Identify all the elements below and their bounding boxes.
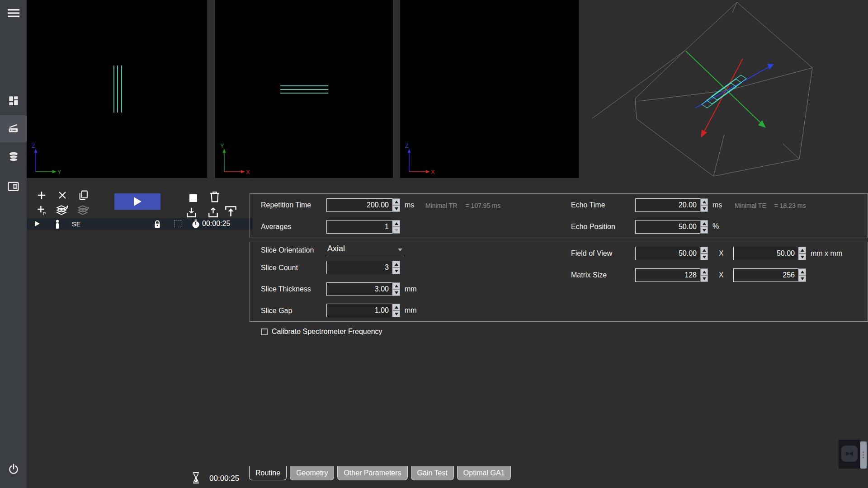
spin-up-button[interactable] — [392, 198, 400, 205]
stop-button[interactable] — [185, 190, 201, 206]
spin-down-button[interactable] — [392, 267, 400, 274]
matrix-size-x-input[interactable] — [635, 268, 700, 282]
averages-input[interactable] — [326, 220, 392, 234]
axis-y-green — [686, 51, 766, 128]
sidebar-item-protocols[interactable] — [0, 173, 27, 200]
widget-drag-handle[interactable] — [860, 441, 867, 469]
selection-box-icon[interactable] — [174, 220, 181, 227]
stop-icon — [189, 194, 197, 202]
spin-down-button[interactable] — [700, 205, 708, 212]
fov-separator: X — [719, 249, 724, 258]
sequence-name: SE — [72, 221, 81, 228]
commit-button[interactable] — [223, 204, 238, 219]
spin-up-button[interactable] — [700, 198, 708, 205]
echo-time-input[interactable] — [635, 198, 700, 212]
viewport-coronal[interactable]: Z Y — [27, 0, 207, 178]
hint-value: = 107.95 ms — [466, 202, 500, 209]
spin-down-button[interactable] — [392, 310, 400, 317]
viewport-axial[interactable]: Y X — [215, 0, 393, 178]
tab-geometry[interactable]: Geometry — [290, 466, 334, 480]
spin-down-button[interactable] — [392, 205, 400, 212]
tab-routine[interactable]: Routine — [249, 466, 287, 480]
spin-up-button[interactable] — [392, 282, 400, 289]
sidebar-item-dashboard[interactable] — [0, 87, 27, 114]
slice-line — [117, 66, 118, 113]
echo-position-input[interactable] — [635, 220, 700, 234]
export-layers-button[interactable] — [55, 202, 70, 218]
spin-down-button[interactable] — [392, 289, 400, 296]
spin-up-button[interactable] — [392, 261, 400, 267]
mri-console-app: { "colors": { "background": "#2e2e2e", "… — [0, 0, 868, 488]
chat-widget-button[interactable] — [841, 446, 858, 462]
slice-count-input[interactable] — [326, 261, 392, 274]
field-of-view-label: Field of View — [571, 249, 612, 258]
calibrate-checkbox-row[interactable]: Calibrate Spectrometer Frequency — [261, 328, 382, 336]
viewport-sagittal[interactable]: Z X — [400, 0, 579, 178]
spin-down-button[interactable] — [700, 275, 708, 282]
spin-up-button[interactable] — [392, 304, 400, 310]
power-button[interactable] — [0, 457, 27, 481]
spin-up-button[interactable] — [700, 247, 708, 253]
spin-down-button[interactable] — [798, 253, 806, 260]
checkbox-icon[interactable] — [261, 328, 268, 335]
database-icon — [8, 151, 19, 164]
3d-slice-view[interactable] — [579, 0, 868, 183]
wireframe-cube — [592, 2, 812, 176]
slice-gap-spinner — [392, 304, 400, 317]
import-layers-button-disabled[interactable] — [75, 202, 91, 218]
sequence-timer: 00:00:25 — [202, 220, 230, 228]
spin-down-button[interactable] — [700, 253, 708, 260]
upload-icon — [207, 206, 219, 218]
averages-label: Averages — [261, 223, 291, 231]
tab-other-parameters[interactable]: Other Parameters — [337, 466, 407, 480]
spin-up-button[interactable] — [798, 247, 806, 253]
echo-position-label: Echo Position — [571, 223, 615, 231]
slice-thickness-input[interactable] — [326, 282, 392, 296]
spin-down-button[interactable] — [392, 227, 400, 234]
echo-time-label: Echo Time — [571, 201, 605, 209]
matrix-size-x-spinner — [700, 268, 708, 282]
copy-icon — [78, 189, 89, 201]
tab-label: Optimal GA1 — [463, 469, 505, 477]
slice-gap-input[interactable] — [326, 304, 392, 317]
svg-text:P: P — [43, 211, 46, 216]
slice-orientation-select[interactable]: Axial — [326, 243, 404, 256]
spin-up-button[interactable] — [700, 220, 708, 227]
axis-x-red — [701, 59, 743, 138]
hint-label: Minimal TR — [425, 202, 458, 209]
slice-count-spinner — [392, 261, 400, 274]
spin-down-button[interactable] — [700, 227, 708, 234]
layers-import-icon — [76, 204, 90, 216]
slice-gap-label: Slice Gap — [261, 307, 292, 315]
duplicate-button[interactable] — [75, 188, 91, 203]
matrix-size-y-input[interactable] — [733, 268, 798, 282]
sequence-play-icon[interactable] — [35, 221, 40, 226]
close-button[interactable] — [55, 188, 70, 203]
tab-label: Other Parameters — [344, 469, 401, 477]
echo-time-unit: ms — [712, 201, 722, 209]
repetition-time-input[interactable] — [326, 198, 392, 212]
sequence-row[interactable]: SE 00:00:25 — [27, 218, 253, 230]
field-of-view-unit: mm x mm — [811, 249, 842, 258]
spin-up-button[interactable] — [392, 220, 400, 227]
field-of-view-x-input[interactable] — [635, 247, 700, 260]
run-scan-button[interactable] — [114, 193, 160, 210]
sidebar-item-database[interactable] — [0, 144, 27, 171]
spin-up-button[interactable] — [700, 268, 708, 275]
plus-p-icon: P — [36, 204, 47, 216]
tab-gain-test[interactable]: Gain Test — [411, 466, 454, 480]
field-of-view-y-input[interactable] — [733, 247, 798, 260]
delete-button[interactable] — [207, 189, 222, 204]
spin-down-button[interactable] — [798, 275, 806, 282]
slice-line — [280, 85, 328, 86]
calibrate-checkbox-label: Calibrate Spectrometer Frequency — [272, 328, 382, 336]
hint-value: = 18.23 ms — [774, 202, 806, 209]
spin-up-button[interactable] — [798, 268, 806, 275]
sidebar-item-scanner[interactable] — [0, 115, 27, 142]
add-button[interactable] — [34, 188, 49, 203]
menu-button[interactable] — [0, 4, 27, 23]
drag-dots-icon — [863, 451, 864, 458]
horizontal-axis-label: Y — [57, 169, 61, 175]
tab-optimal-ga1[interactable]: Optimal GA1 — [457, 466, 511, 480]
add-protocol-button[interactable]: P — [34, 202, 49, 218]
